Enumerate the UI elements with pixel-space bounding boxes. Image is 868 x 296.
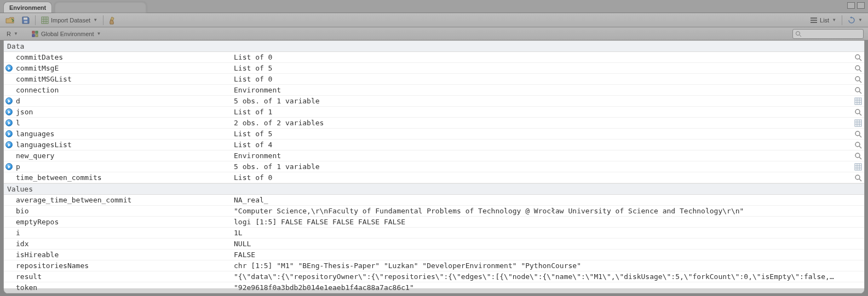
language-selector[interactable]: R ▼ xyxy=(4,30,20,38)
expand-toggle xyxy=(4,74,14,84)
data-row[interactable]: time_between_commitsList of 0 xyxy=(4,172,864,183)
svg-rect-13 xyxy=(36,34,38,37)
variable-value: 5 obs. of 1 variable xyxy=(232,96,852,106)
variable-name: connection xyxy=(14,85,232,95)
inspect-button[interactable] xyxy=(852,163,864,171)
svg-rect-1 xyxy=(24,21,27,23)
variable-name: json xyxy=(14,107,232,117)
magnify-icon[interactable] xyxy=(854,76,862,83)
environment-selector[interactable]: Global Environment ▼ xyxy=(29,30,104,38)
inspect-button[interactable] xyxy=(852,86,864,94)
magnify-icon[interactable] xyxy=(854,86,862,94)
svg-point-16 xyxy=(855,55,860,59)
variable-name: token xyxy=(14,283,232,292)
magnify-icon[interactable] xyxy=(854,54,862,61)
value-row[interactable]: i1L xyxy=(4,228,864,239)
data-row[interactable]: l2 obs. of 2 variables xyxy=(4,118,864,129)
magnify-icon[interactable] xyxy=(854,108,862,116)
inspect-button[interactable] xyxy=(852,174,864,182)
grid-icon[interactable] xyxy=(854,119,862,127)
value-row[interactable]: repositoriesNameschr [1:5] "M1" "BEng-Th… xyxy=(4,260,864,271)
chevron-down-icon: ▼ xyxy=(93,18,97,22)
svg-point-14 xyxy=(796,31,800,35)
expand-toggle[interactable] xyxy=(4,63,14,73)
inspect-button[interactable] xyxy=(852,119,864,127)
variable-value: NA_real_ xyxy=(232,195,852,205)
data-row[interactable]: languagesListList of 4 xyxy=(4,140,864,150)
variable-name: isHireable xyxy=(14,250,232,259)
clear-workspace-button[interactable] xyxy=(107,15,119,25)
magnify-icon[interactable] xyxy=(854,65,862,72)
data-row[interactable]: p5 obs. of 1 variable xyxy=(4,161,864,172)
toolbar-main: Import Dataset ▼ List ▼ ▼ xyxy=(0,13,868,27)
inspect-button[interactable] xyxy=(852,141,864,149)
variable-name: result xyxy=(14,272,232,281)
inspect-button[interactable] xyxy=(852,65,864,72)
value-row[interactable]: result"{\"data\":{\"repositoryOwner\":{\… xyxy=(4,271,864,282)
inspect-button[interactable] xyxy=(852,97,864,105)
data-row[interactable]: languagesList of 5 xyxy=(4,129,864,140)
value-row[interactable]: average_time_between_commitNA_real_ xyxy=(4,195,864,206)
value-row[interactable]: bio"Computer Science,\r\nFaculty of Fund… xyxy=(4,206,864,217)
inspect-button[interactable] xyxy=(852,108,864,116)
svg-line-48 xyxy=(859,179,861,181)
value-row[interactable]: emptyReposlogi [1:5] FALSE FALSE FALSE F… xyxy=(4,217,864,228)
expand-toggle[interactable] xyxy=(4,96,14,106)
expand-toggle[interactable] xyxy=(4,140,14,150)
toolbar-scope: R ▼ Global Environment ▼ xyxy=(0,27,868,40)
expand-toggle[interactable] xyxy=(4,129,14,139)
data-row[interactable]: d5 obs. of 1 variable xyxy=(4,96,864,107)
data-row[interactable]: jsonList of 1 xyxy=(4,107,864,118)
expand-toggle[interactable] xyxy=(4,161,14,172)
search-input[interactable] xyxy=(792,29,864,39)
tab-other[interactable] xyxy=(54,2,147,13)
variable-name: repositoriesNames xyxy=(14,261,232,270)
value-row[interactable]: token"92e9618f0a3bdb2b014e1eaeb1f4ac88a7… xyxy=(4,282,864,293)
variable-name: p xyxy=(14,162,232,171)
view-menu-button[interactable]: List ▼ xyxy=(808,16,838,24)
load-workspace-button[interactable] xyxy=(3,16,16,25)
magnify-icon[interactable] xyxy=(854,130,862,138)
expand-toggle xyxy=(4,206,14,216)
expand-toggle[interactable] xyxy=(4,118,14,128)
magnify-icon[interactable] xyxy=(854,141,862,149)
maximize-icon[interactable] xyxy=(857,2,865,9)
grid-icon[interactable] xyxy=(854,97,862,105)
value-row[interactable]: isHireableFALSE xyxy=(4,249,864,260)
inspect-button[interactable] xyxy=(852,130,864,138)
variable-name: idx xyxy=(14,239,232,248)
data-row[interactable]: new_queryEnvironment xyxy=(4,150,864,161)
variable-name: commitDates xyxy=(14,53,232,62)
value-row[interactable]: idxNULL xyxy=(4,239,864,249)
tab-environment[interactable]: Environment xyxy=(3,2,52,13)
svg-point-22 xyxy=(855,88,860,92)
inspect-button[interactable] xyxy=(852,54,864,61)
refresh-button[interactable]: ▼ xyxy=(846,16,865,25)
variable-value: Environment xyxy=(232,85,852,95)
data-row[interactable]: connectionEnvironment xyxy=(4,85,864,96)
data-row[interactable]: commitMsgEList of 5 xyxy=(4,63,864,74)
data-row[interactable]: commitMSGListList of 0 xyxy=(4,74,864,85)
variable-name: i xyxy=(14,228,232,237)
data-row[interactable]: commitDatesList of 0 xyxy=(4,52,864,63)
expand-toggle xyxy=(4,85,14,95)
import-dataset-button[interactable]: Import Dataset ▼ xyxy=(39,16,100,25)
variable-name: languagesList xyxy=(14,140,232,149)
inspect-button[interactable] xyxy=(852,76,864,83)
variable-name: emptyRepos xyxy=(14,217,232,227)
magnify-icon[interactable] xyxy=(854,174,862,182)
expand-toggle[interactable] xyxy=(4,107,14,117)
variable-value: List of 4 xyxy=(232,140,852,149)
expand-toggle xyxy=(4,282,14,293)
save-button[interactable] xyxy=(20,16,32,25)
chevron-down-icon: ▼ xyxy=(96,31,101,36)
variable-name: average_time_between_commit xyxy=(14,195,232,205)
svg-rect-2 xyxy=(42,17,48,24)
magnify-icon[interactable] xyxy=(854,152,862,160)
minimize-icon[interactable] xyxy=(847,2,855,9)
variable-value: Environment xyxy=(232,151,852,160)
variable-name: languages xyxy=(14,129,232,138)
svg-line-37 xyxy=(859,135,861,137)
grid-icon[interactable] xyxy=(854,163,862,171)
inspect-button[interactable] xyxy=(852,152,864,160)
